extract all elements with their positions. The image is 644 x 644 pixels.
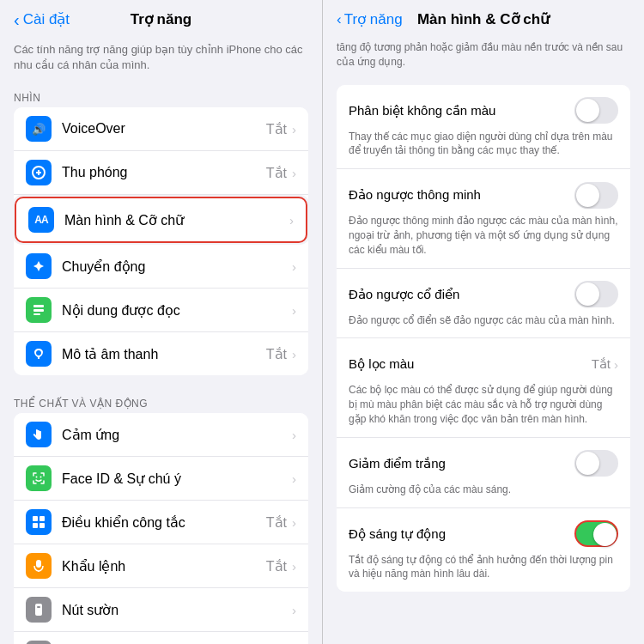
content-label: Nội dung được đọc [62,302,292,319]
side-chevron: › [292,603,296,617]
toggle-phan-biet[interactable] [574,97,618,124]
right-row-label-2: Đảo ngược cổ điển [349,287,574,302]
switch-icon [26,509,52,535]
toggle-knob-4 [576,452,599,475]
right-row-header-0: Phân biệt không cần màu [349,95,618,126]
voiceover-icon: 🔊 [26,116,52,142]
left-nav-back[interactable]: ‹ Cài đặt [14,10,70,28]
right-settings-group: Phân biệt không cần màu Thay thế các mục… [337,85,630,592]
svg-rect-14 [35,604,42,616]
settings-group-theChat: Cảm ứng › Face ID & Sự chú ý › Điều khiể… [14,413,308,644]
toggle-knob-1 [576,184,599,207]
svg-rect-5 [33,313,40,315]
motion-chevron: › [292,259,296,274]
right-row-bo-loc: Bộ lọc màu Tắt › Các bộ lọc màu có thể đ… [337,338,630,437]
row-zoom[interactable]: Thu phóng Tắt › [14,151,308,195]
row-touch[interactable]: Cảm ứng › [14,413,308,457]
right-row-value-3: Tắt › [592,356,618,372]
row-content[interactable]: Nội dung được đọc › [14,289,308,332]
svg-rect-11 [39,523,45,528]
row-audio[interactable]: Mô tả âm thanh Tắt › [14,332,308,375]
toggle-dao-nguoc-tm[interactable] [574,182,618,209]
display-label: Màn hình & Cỡ chữ [64,212,289,228]
voice-value: Tắt [266,558,287,574]
right-row-label-3: Bộ lọc màu [349,356,592,372]
right-row-desc-2: Đảo ngược cổ điển sẽ đảo ngược các màu c… [349,313,618,328]
toggle-knob-2 [576,283,599,306]
right-panel: ‹ Trợ năng Màn hình & Cỡ chữ tăng độ tươ… [322,0,644,644]
left-description: Các tính năng trợ năng giúp bạn tùy chỉn… [0,35,322,87]
row-switch[interactable]: Điều khiển công tắc Tắt › [14,501,308,544]
svg-point-6 [36,477,38,478]
row-side[interactable]: Nút sườn › [14,588,308,632]
svg-rect-8 [33,516,38,521]
right-row-label-1: Đảo ngược thông minh [349,187,574,203]
voiceover-value: Tắt [266,121,287,137]
svg-rect-9 [39,516,45,521]
right-row-desc-0: Thay thế các mục giao diện người dùng ch… [349,130,618,159]
right-row-dao-ngược-tm: Đảo ngược thông minh Đảo ngược thông min… [337,169,630,268]
voice-label: Khẩu lệnh [62,558,266,574]
toggle-dao-nguoc-cd[interactable] [574,281,618,307]
right-row-giam-diem: Giảm điểm trắng Giảm cường độ của các mà… [337,438,630,508]
left-nav-bar: ‹ Cài đặt Trợ năng [0,0,322,35]
right-row-label-5: Độ sáng tự động [349,526,574,542]
toggle-giam-diem[interactable] [574,450,618,477]
side-icon [26,597,52,623]
section-header-nhin: NHÌN [0,87,322,107]
svg-rect-15 [37,606,40,608]
motion-icon [26,253,52,279]
audio-value: Tắt [266,346,287,362]
right-top-desc: tăng độ tương phản hoặc giảm đầu màu nền… [323,35,644,78]
back-label: Cài đặt [23,10,70,28]
right-row-desc-1: Đảo ngược thông minh đảo ngược các màu c… [349,214,618,257]
audio-icon [26,341,52,367]
right-row-phan-biet: Phân biệt không cần màu Thay thế các mục… [337,85,630,170]
zoom-chevron: › [292,166,296,180]
appletv-icon [26,641,52,644]
display-icon: AA [28,207,54,233]
content-icon [26,297,52,323]
zoom-label: Thu phóng [62,165,266,180]
right-row-header-5: Độ sáng tự động [349,519,618,550]
switch-value: Tắt [266,514,287,531]
voice-icon [26,553,52,579]
switch-chevron: › [292,515,296,530]
faceid-chevron: › [292,471,296,486]
toggle-do-sang[interactable] [574,520,618,547]
right-nav-title: Màn hình & Cỡ chữ [417,10,550,28]
content-chevron: › [292,303,296,318]
back-chevron-icon: ‹ [14,11,20,28]
right-row-header-3[interactable]: Bộ lọc màu Tắt › [349,349,618,380]
right-row-dao-nguoc-cd: Đảo ngược cổ điển Đảo ngược cổ điển sẽ đ… [337,269,630,339]
right-row-do-sang: Độ sáng tự động Tắt độ sáng tự động có t… [337,508,630,592]
svg-point-7 [40,477,42,478]
right-back-chevron-icon: ‹ [337,11,342,28]
touch-chevron: › [292,428,296,442]
switch-label: Điều khiển công tắc [62,514,266,531]
right-row-label-0: Phân biệt không cần màu [349,103,574,118]
touch-icon [26,422,52,447]
audio-label: Mô tả âm thanh [62,346,266,362]
faceid-icon [26,465,52,491]
side-label: Nút sườn [62,602,292,618]
right-nav-bar: ‹ Trợ năng Màn hình & Cỡ chữ [323,0,644,35]
row-appletv[interactable]: Apple TV Remote › [14,632,308,644]
voiceover-label: VoiceOver [62,121,266,137]
left-nav-title: Trợ năng [131,10,191,28]
section-header-the-chat: THỂ CHẤT VÀ VẬN ĐỘNG [0,392,322,413]
zoom-value: Tắt [266,165,287,181]
settings-group-nhin: 🔊 VoiceOver Tắt › Thu phóng Tắt › AA Màn… [14,107,308,375]
row-voice[interactable]: Khẩu lệnh Tắt › [14,544,308,588]
svg-rect-3 [33,305,44,307]
bo-loc-chevron: › [614,357,618,372]
row-motion[interactable]: Chuyển động › [14,245,308,289]
row-display[interactable]: AA Màn hình & Cỡ chữ › [15,197,307,243]
row-faceid[interactable]: Face ID & Sự chú ý › [14,457,308,501]
right-nav-back[interactable]: ‹ Trợ năng [337,10,403,28]
svg-rect-12 [36,560,41,568]
right-back-label: Trợ năng [344,10,403,28]
display-chevron: › [289,213,294,228]
toggle-knob-5 [593,523,617,546]
row-voiceover[interactable]: 🔊 VoiceOver Tắt › [14,107,308,151]
